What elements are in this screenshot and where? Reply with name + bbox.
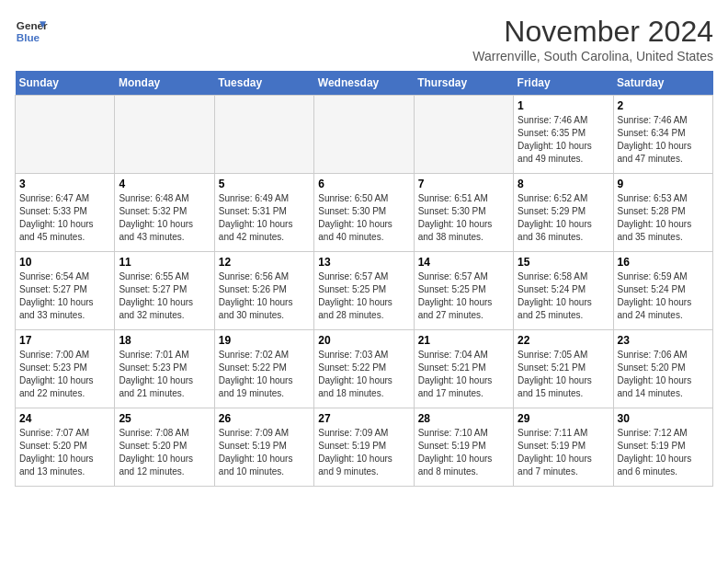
day-info: Sunrise: 7:06 AM Sunset: 5:20 PM Dayligh… xyxy=(618,349,709,400)
day-number: 25 xyxy=(119,412,210,425)
day-info: Sunrise: 7:09 AM Sunset: 5:19 PM Dayligh… xyxy=(318,427,409,478)
weekday-header-row: SundayMondayTuesdayWednesdayThursdayFrid… xyxy=(16,71,713,96)
day-number: 24 xyxy=(19,412,110,425)
calendar-cell: 21Sunrise: 7:04 AM Sunset: 5:21 PM Dayli… xyxy=(414,330,513,408)
day-info: Sunrise: 7:04 AM Sunset: 5:21 PM Dayligh… xyxy=(418,349,509,400)
calendar-week-row: 24Sunrise: 7:07 AM Sunset: 5:20 PM Dayli… xyxy=(16,408,713,487)
day-info: Sunrise: 7:09 AM Sunset: 5:19 PM Dayligh… xyxy=(219,427,310,478)
calendar-week-row: 3Sunrise: 6:47 AM Sunset: 5:33 PM Daylig… xyxy=(16,174,713,252)
calendar-cell: 15Sunrise: 6:58 AM Sunset: 5:24 PM Dayli… xyxy=(514,252,613,330)
calendar-cell xyxy=(115,96,214,174)
calendar-cell: 20Sunrise: 7:03 AM Sunset: 5:22 PM Dayli… xyxy=(314,330,414,408)
calendar-cell: 10Sunrise: 6:54 AM Sunset: 5:27 PM Dayli… xyxy=(16,252,115,330)
weekday-header: Saturday xyxy=(613,71,712,96)
day-number: 19 xyxy=(219,334,310,347)
day-number: 6 xyxy=(318,178,409,190)
day-number: 13 xyxy=(318,256,409,269)
day-number: 7 xyxy=(418,178,509,190)
logo-icon: General Blue xyxy=(15,15,48,48)
day-number: 10 xyxy=(19,256,110,269)
calendar-cell: 2Sunrise: 7:46 AM Sunset: 6:34 PM Daylig… xyxy=(613,96,712,174)
svg-text:Blue: Blue xyxy=(17,31,40,43)
day-number: 5 xyxy=(219,178,310,190)
day-info: Sunrise: 7:02 AM Sunset: 5:22 PM Dayligh… xyxy=(219,349,310,400)
day-number: 28 xyxy=(418,412,509,425)
calendar-cell: 19Sunrise: 7:02 AM Sunset: 5:22 PM Dayli… xyxy=(214,330,313,408)
day-info: Sunrise: 7:11 AM Sunset: 5:19 PM Dayligh… xyxy=(518,427,609,478)
day-info: Sunrise: 7:03 AM Sunset: 5:22 PM Dayligh… xyxy=(318,349,409,400)
calendar-cell: 26Sunrise: 7:09 AM Sunset: 5:19 PM Dayli… xyxy=(214,408,313,487)
day-number: 17 xyxy=(19,334,110,347)
day-number: 4 xyxy=(119,178,210,190)
day-number: 27 xyxy=(318,412,409,425)
day-info: Sunrise: 7:08 AM Sunset: 5:20 PM Dayligh… xyxy=(119,427,210,478)
day-number: 14 xyxy=(418,256,509,269)
calendar-cell xyxy=(16,96,115,174)
day-info: Sunrise: 6:57 AM Sunset: 5:25 PM Dayligh… xyxy=(318,270,409,322)
calendar-cell: 9Sunrise: 6:53 AM Sunset: 5:28 PM Daylig… xyxy=(613,174,712,252)
day-number: 26 xyxy=(219,412,310,425)
day-number: 2 xyxy=(618,99,709,112)
day-number: 18 xyxy=(119,334,210,347)
day-info: Sunrise: 7:46 AM Sunset: 6:34 PM Dayligh… xyxy=(618,114,709,166)
calendar-cell: 12Sunrise: 6:56 AM Sunset: 5:26 PM Dayli… xyxy=(214,252,313,330)
day-info: Sunrise: 6:48 AM Sunset: 5:32 PM Dayligh… xyxy=(119,192,210,244)
day-number: 20 xyxy=(318,334,409,347)
day-info: Sunrise: 7:07 AM Sunset: 5:20 PM Dayligh… xyxy=(19,427,110,478)
day-info: Sunrise: 6:58 AM Sunset: 5:24 PM Dayligh… xyxy=(518,270,609,322)
weekday-header: Monday xyxy=(115,71,214,96)
calendar-cell xyxy=(314,96,414,174)
day-info: Sunrise: 6:55 AM Sunset: 5:27 PM Dayligh… xyxy=(119,270,210,322)
weekday-header: Wednesday xyxy=(314,71,414,96)
day-info: Sunrise: 7:01 AM Sunset: 5:23 PM Dayligh… xyxy=(119,349,210,400)
title-section: November 2024 Warrenville, South Carolin… xyxy=(472,15,713,63)
day-number: 16 xyxy=(618,256,709,269)
calendar-table: SundayMondayTuesdayWednesdayThursdayFrid… xyxy=(15,71,713,487)
day-info: Sunrise: 6:56 AM Sunset: 5:26 PM Dayligh… xyxy=(219,270,310,322)
calendar-cell: 30Sunrise: 7:12 AM Sunset: 5:19 PM Dayli… xyxy=(613,408,712,487)
day-number: 3 xyxy=(19,178,110,190)
weekday-header: Sunday xyxy=(16,71,115,96)
calendar-cell: 17Sunrise: 7:00 AM Sunset: 5:23 PM Dayli… xyxy=(16,330,115,408)
day-info: Sunrise: 6:59 AM Sunset: 5:24 PM Dayligh… xyxy=(618,270,709,322)
day-number: 23 xyxy=(618,334,709,347)
day-number: 11 xyxy=(119,256,210,269)
day-info: Sunrise: 7:12 AM Sunset: 5:19 PM Dayligh… xyxy=(618,427,709,478)
day-info: Sunrise: 7:05 AM Sunset: 5:21 PM Dayligh… xyxy=(518,349,609,400)
calendar-cell: 24Sunrise: 7:07 AM Sunset: 5:20 PM Dayli… xyxy=(16,408,115,487)
day-number: 22 xyxy=(518,334,609,347)
day-number: 9 xyxy=(618,178,709,190)
day-info: Sunrise: 6:50 AM Sunset: 5:30 PM Dayligh… xyxy=(318,192,409,244)
day-info: Sunrise: 6:51 AM Sunset: 5:30 PM Dayligh… xyxy=(418,192,509,244)
calendar-cell: 16Sunrise: 6:59 AM Sunset: 5:24 PM Dayli… xyxy=(613,252,712,330)
calendar-cell: 25Sunrise: 7:08 AM Sunset: 5:20 PM Dayli… xyxy=(115,408,214,487)
day-number: 8 xyxy=(518,178,609,190)
day-info: Sunrise: 6:49 AM Sunset: 5:31 PM Dayligh… xyxy=(219,192,310,244)
calendar-cell xyxy=(214,96,313,174)
calendar-cell: 11Sunrise: 6:55 AM Sunset: 5:27 PM Dayli… xyxy=(115,252,214,330)
day-number: 30 xyxy=(618,412,709,425)
calendar-week-row: 17Sunrise: 7:00 AM Sunset: 5:23 PM Dayli… xyxy=(16,330,713,408)
day-info: Sunrise: 6:53 AM Sunset: 5:28 PM Dayligh… xyxy=(618,192,709,244)
calendar-week-row: 1Sunrise: 7:46 AM Sunset: 6:35 PM Daylig… xyxy=(16,96,713,174)
calendar-cell: 23Sunrise: 7:06 AM Sunset: 5:20 PM Dayli… xyxy=(613,330,712,408)
logo: General Blue xyxy=(15,15,48,48)
calendar-cell: 7Sunrise: 6:51 AM Sunset: 5:30 PM Daylig… xyxy=(414,174,513,252)
calendar-cell: 14Sunrise: 6:57 AM Sunset: 5:25 PM Dayli… xyxy=(414,252,513,330)
page-header: General Blue November 2024 Warrenville, … xyxy=(15,15,713,63)
calendar-cell: 22Sunrise: 7:05 AM Sunset: 5:21 PM Dayli… xyxy=(514,330,613,408)
day-info: Sunrise: 7:00 AM Sunset: 5:23 PM Dayligh… xyxy=(19,349,110,400)
day-info: Sunrise: 7:46 AM Sunset: 6:35 PM Dayligh… xyxy=(518,114,609,166)
day-info: Sunrise: 6:57 AM Sunset: 5:25 PM Dayligh… xyxy=(418,270,509,322)
calendar-cell: 27Sunrise: 7:09 AM Sunset: 5:19 PM Dayli… xyxy=(314,408,414,487)
day-number: 12 xyxy=(219,256,310,269)
calendar-cell: 6Sunrise: 6:50 AM Sunset: 5:30 PM Daylig… xyxy=(314,174,414,252)
calendar-cell: 13Sunrise: 6:57 AM Sunset: 5:25 PM Dayli… xyxy=(314,252,414,330)
month-title: November 2024 xyxy=(472,15,713,49)
calendar-cell: 18Sunrise: 7:01 AM Sunset: 5:23 PM Dayli… xyxy=(115,330,214,408)
calendar-cell: 5Sunrise: 6:49 AM Sunset: 5:31 PM Daylig… xyxy=(214,174,313,252)
weekday-header: Friday xyxy=(514,71,613,96)
weekday-header: Tuesday xyxy=(214,71,313,96)
weekday-header: Thursday xyxy=(414,71,513,96)
day-info: Sunrise: 7:10 AM Sunset: 5:19 PM Dayligh… xyxy=(418,427,509,478)
